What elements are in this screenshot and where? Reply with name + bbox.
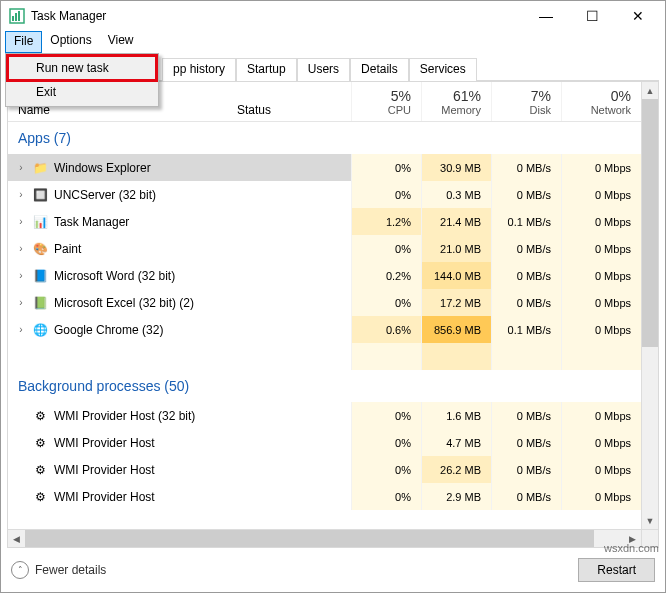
task-manager-window: Task Manager — ☐ ✕ File Options View Run…	[0, 0, 666, 593]
disk-cell: 0 MB/s	[491, 154, 561, 181]
cpu-cell: 0%	[351, 429, 421, 456]
expand-icon[interactable]: ›	[16, 162, 26, 173]
content-area: Name Status 5% CPU 61% Memory 7% Disk 0%…	[7, 81, 659, 548]
table-row[interactable]: ›📁Windows Explorer0%30.9 MB0 MB/s0 Mbps	[8, 154, 658, 181]
table-row[interactable]: ›📊Task Manager1.2%21.4 MB0.1 MB/s0 Mbps	[8, 208, 658, 235]
table-row[interactable]: ⚙WMI Provider Host (32 bit)0%1.6 MB0 MB/…	[8, 402, 658, 429]
footer: ˄ Fewer details Restart	[1, 548, 665, 592]
restart-button[interactable]: Restart	[578, 558, 655, 582]
expand-icon[interactable]: ›	[16, 189, 26, 200]
svg-rect-2	[15, 13, 17, 21]
process-icon: ⚙	[32, 435, 48, 451]
network-percent-header: 0%	[611, 88, 631, 104]
tab-details[interactable]: Details	[350, 58, 409, 81]
fewer-details-label: Fewer details	[35, 563, 106, 577]
name-cell: ›📁Windows Explorer	[8, 154, 233, 181]
table-row[interactable]: ›📗Microsoft Excel (32 bit) (2)0%17.2 MB0…	[8, 289, 658, 316]
scroll-up-button[interactable]: ▲	[642, 82, 658, 99]
status-cell	[233, 289, 351, 316]
menu-view[interactable]: View	[100, 31, 142, 53]
name-cell: ›🔲UNCServer (32 bit)	[8, 181, 233, 208]
name-cell: ›📗Microsoft Excel (32 bit) (2)	[8, 289, 233, 316]
network-cell: 0 Mbps	[561, 235, 641, 262]
cpu-cell: 0.6%	[351, 316, 421, 343]
table-row[interactable]: ⚙WMI Provider Host0%26.2 MB0 MB/s0 Mbps	[8, 456, 658, 483]
scroll-down-button[interactable]: ▼	[642, 512, 658, 529]
group-background[interactable]: Background processes (50)	[8, 370, 658, 402]
file-dropdown: Run new task Exit	[5, 53, 159, 107]
minimize-button[interactable]: —	[523, 1, 569, 31]
name-cell: ›🎨Paint	[8, 235, 233, 262]
menu-file[interactable]: File	[5, 31, 42, 53]
table-row[interactable]: ⚙WMI Provider Host0%4.7 MB0 MB/s0 Mbps	[8, 429, 658, 456]
tab-services[interactable]: Services	[409, 58, 477, 81]
maximize-button[interactable]: ☐	[569, 1, 615, 31]
status-cell	[233, 208, 351, 235]
cpu-percent-header: 5%	[391, 88, 411, 104]
table-row[interactable]: ›🎨Paint0%21.0 MB0 MB/s0 Mbps	[8, 235, 658, 262]
tab-startup[interactable]: Startup	[236, 58, 297, 81]
disk-percent-header: 7%	[531, 88, 551, 104]
col-memory-header[interactable]: 61% Memory	[421, 82, 491, 121]
expand-icon[interactable]: ›	[16, 297, 26, 308]
network-cell: 0 Mbps	[561, 429, 641, 456]
scroll-left-button[interactable]: ◀	[8, 530, 25, 547]
expand-icon[interactable]: ›	[16, 243, 26, 254]
expand-icon[interactable]: ›	[16, 270, 26, 281]
name-cell: ⚙WMI Provider Host	[8, 429, 233, 456]
menu-exit[interactable]: Exit	[8, 80, 156, 104]
table-row[interactable]: ›📘Microsoft Word (32 bit)0.2%144.0 MB0 M…	[8, 262, 658, 289]
svg-rect-1	[12, 16, 14, 21]
menu-run-new-task[interactable]: Run new task	[8, 56, 156, 80]
disk-cell: 0.1 MB/s	[491, 208, 561, 235]
process-icon: ⚙	[32, 489, 48, 505]
scroll-thumb[interactable]	[642, 99, 658, 347]
fewer-details-button[interactable]: ˄ Fewer details	[11, 561, 106, 579]
name-cell: ›🌐Google Chrome (32)	[8, 316, 233, 343]
col-cpu-header[interactable]: 5% CPU	[351, 82, 421, 121]
cpu-cell: 0%	[351, 483, 421, 510]
table-row[interactable]: ›🔲UNCServer (32 bit)0%0.3 MB0 MB/s0 Mbps	[8, 181, 658, 208]
menu-options[interactable]: Options	[42, 31, 99, 53]
process-icon: ⚙	[32, 462, 48, 478]
memory-cell: 144.0 MB	[421, 262, 491, 289]
collapse-icon: ˄	[11, 561, 29, 579]
memory-cell: 2.9 MB	[421, 483, 491, 510]
memory-percent-header: 61%	[453, 88, 481, 104]
col-network-header[interactable]: 0% Network	[561, 82, 641, 121]
process-name: WMI Provider Host (32 bit)	[54, 409, 195, 423]
expand-icon[interactable]: ›	[16, 324, 26, 335]
process-icon: 🎨	[32, 241, 48, 257]
status-cell	[233, 235, 351, 262]
cpu-cell: 0%	[351, 181, 421, 208]
memory-cell: 1.6 MB	[421, 402, 491, 429]
cpu-cell: 0.2%	[351, 262, 421, 289]
network-label: Network	[591, 104, 631, 116]
tab-app-history[interactable]: pp history	[162, 58, 236, 81]
cpu-cell: 0%	[351, 154, 421, 181]
status-cell	[233, 181, 351, 208]
expand-icon[interactable]: ›	[16, 216, 26, 227]
watermark: wsxdn.com	[604, 542, 659, 554]
memory-label: Memory	[441, 104, 481, 116]
process-icon: 📘	[32, 268, 48, 284]
name-cell: ›📊Task Manager	[8, 208, 233, 235]
network-cell: 0 Mbps	[561, 316, 641, 343]
table-row[interactable]: ›🌐Google Chrome (32)0.6%856.9 MB0.1 MB/s…	[8, 316, 658, 343]
window-title: Task Manager	[31, 9, 106, 23]
hscroll-thumb[interactable]	[25, 530, 594, 547]
memory-cell: 17.2 MB	[421, 289, 491, 316]
process-icon: 📊	[32, 214, 48, 230]
close-button[interactable]: ✕	[615, 1, 661, 31]
process-name: Windows Explorer	[54, 161, 151, 175]
vertical-scrollbar[interactable]: ▲ ▼	[641, 82, 658, 529]
col-status-header[interactable]: Status	[233, 82, 351, 121]
disk-cell: 0 MB/s	[491, 402, 561, 429]
table-row[interactable]: ⚙WMI Provider Host0%2.9 MB0 MB/s0 Mbps	[8, 483, 658, 510]
col-disk-header[interactable]: 7% Disk	[491, 82, 561, 121]
tab-users[interactable]: Users	[297, 58, 350, 81]
horizontal-scrollbar[interactable]: ◀ ▶	[8, 529, 641, 547]
process-icon: 🔲	[32, 187, 48, 203]
cpu-cell: 0%	[351, 289, 421, 316]
group-apps[interactable]: Apps (7)	[8, 122, 658, 154]
